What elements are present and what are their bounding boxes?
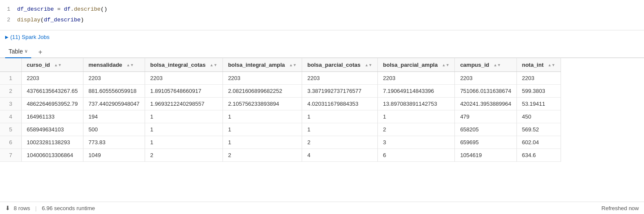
td-bolsa_integral_ampla: 2.105756233893894 <box>223 97 302 110</box>
td-mensalidade: 737.4402905948047 <box>83 97 145 110</box>
td-nota_int: 599.3803 <box>516 84 561 97</box>
sort-arrows-bpa[interactable]: ▲▼ <box>442 63 450 67</box>
td-curso_id: 104006013306864 <box>21 149 83 161</box>
td-curso_id: 658949634103 <box>21 123 83 136</box>
td-campus_id: 658205 <box>455 123 516 136</box>
td-bolsa_parcial_cotas: 3.3871992737176577 <box>302 84 378 97</box>
sort-arrows-bic[interactable]: ▲▼ <box>210 63 217 67</box>
td-nota_int: 569.52 <box>516 123 561 136</box>
sort-arrows-mensalidade[interactable]: ▲▼ <box>126 63 134 67</box>
td-bolsa_parcial_cotas: 1 <box>302 110 378 123</box>
td-bolsa_parcial_ampla: 3 <box>378 136 455 149</box>
tab-bar: Table ∨ + <box>0 44 644 58</box>
th-mensalidade[interactable]: mensalidade ▲▼ <box>83 58 145 72</box>
table-body: 1220322032203220322032203220322032437661… <box>0 71 561 161</box>
td-bolsa_parcial_cotas: 4.020311679884353 <box>302 97 378 110</box>
table-row: 122032203220322032203220322032203 <box>0 71 561 84</box>
refreshed-info: Refreshed now <box>602 205 639 211</box>
th-bolsa-parcial-ampla[interactable]: bolsa_parcial_ampla ▲▼ <box>378 58 455 72</box>
td-bolsa_parcial_cotas: 2203 <box>302 71 378 84</box>
td-bolsa_parcial_ampla: 2 <box>378 123 455 136</box>
td-curso_id: 10023281138293 <box>21 136 83 149</box>
th-bolsa-integral-cotas-label: bolsa_integral_cotas <box>150 62 205 68</box>
td-nota_int: 53.19411 <box>516 97 561 110</box>
table-tab-label: Table <box>9 48 23 55</box>
table-row: 243766135643267.65881.6055560599181.8910… <box>0 84 561 97</box>
td-campus_id: 659695 <box>455 136 516 149</box>
td-mensalidade: 881.605556059918 <box>83 84 145 97</box>
footer-separator: | <box>35 205 36 211</box>
td-bolsa_parcial_ampla: 6 <box>378 149 455 161</box>
td-bolsa_parcial_cotas: 4 <box>302 149 378 161</box>
th-bolsa-integral-ampla[interactable]: bolsa_integral_ampla ▲▼ <box>223 58 302 72</box>
td-curso_id: 2203 <box>21 71 83 84</box>
td-campus_id: 420241.3953889964 <box>455 97 516 110</box>
sort-arrows-curso-id[interactable]: ▲▼ <box>54 63 62 67</box>
td-curso_id: 43766135643267.65 <box>21 84 83 97</box>
sort-arrows-bpc[interactable]: ▲▼ <box>365 63 372 67</box>
td-bolsa_parcial_ampla: 13.897083891142753 <box>378 97 455 110</box>
td-campus_id: 751066.0131638674 <box>455 84 516 97</box>
td-bolsa_integral_cotas: 1 <box>145 110 223 123</box>
sort-arrows-bia[interactable]: ▲▼ <box>289 63 297 67</box>
td-mensalidade: 1049 <box>83 149 145 161</box>
table-row: 41649611331941111479450 <box>0 110 561 123</box>
sort-arrows-nota-int[interactable]: ▲▼ <box>548 63 555 67</box>
th-campus-id-label: campus_id <box>460 62 489 68</box>
td-bolsa_integral_ampla: 1 <box>223 136 302 149</box>
td-bolsa_integral_ampla: 1 <box>223 110 302 123</box>
td-bolsa_parcial_ampla: 7.190649114843396 <box>378 84 455 97</box>
td-bolsa_integral_cotas: 1 <box>145 136 223 149</box>
td-bolsa_integral_ampla: 1 <box>223 123 302 136</box>
code-line-1: 1 df_describe = df.describe() <box>0 4 644 15</box>
td-row_num: 6 <box>0 136 21 149</box>
th-campus-id[interactable]: campus_id ▲▼ <box>455 58 516 72</box>
td-nota_int: 634.6 <box>516 149 561 161</box>
rows-count: 8 rows <box>14 205 30 211</box>
table-tab[interactable]: Table ∨ <box>5 46 31 58</box>
th-curso-id-label: curso_id <box>27 62 50 68</box>
th-bolsa-integral-cotas[interactable]: bolsa_integral_cotas ▲▼ <box>145 58 223 72</box>
th-mensalidade-label: mensalidade <box>89 62 122 68</box>
th-bolsa-parcial-ampla-label: bolsa_parcial_ampla <box>383 62 438 68</box>
td-mensalidade: 2203 <box>83 71 145 84</box>
td-curso_id: 48622646953952.79 <box>21 97 83 110</box>
td-nota_int: 2203 <box>516 71 561 84</box>
td-nota_int: 450 <box>516 110 561 123</box>
code-content-1: df_describe = df.describe() <box>17 5 107 14</box>
table-row: 610023281138293773.831123659695602.04 <box>0 136 561 149</box>
table-row: 56589496341035001112658205569.52 <box>0 123 561 136</box>
td-curso_id: 164961133 <box>21 110 83 123</box>
td-bolsa_integral_cotas: 2203 <box>145 71 223 84</box>
table-row: 7104006013306864104922461054619634.6 <box>0 149 561 161</box>
download-icon[interactable]: ⬇ <box>5 205 10 211</box>
add-tab-button[interactable]: + <box>35 47 45 58</box>
table-row: 348622646953952.79737.44029059480471.969… <box>0 97 561 110</box>
line-number-1: 1 <box>0 5 17 14</box>
spark-jobs-link[interactable]: ▶ (11) Spark Jobs <box>0 30 644 44</box>
td-mensalidade: 773.83 <box>83 136 145 149</box>
data-table-container[interactable]: curso_id ▲▼ mensalidade ▲▼ bolsa_integra… <box>0 58 644 204</box>
td-bolsa_parcial_cotas: 2 <box>302 136 378 149</box>
td-campus_id: 2203 <box>455 71 516 84</box>
spark-jobs-label: (11) Spark Jobs <box>10 34 50 40</box>
th-curso-id[interactable]: curso_id ▲▼ <box>21 58 83 72</box>
td-row_num: 4 <box>0 110 21 123</box>
td-bolsa_integral_ampla: 2.0821606899682252 <box>223 84 302 97</box>
bottom-bar: ⬇ 8 rows | 6.96 seconds runtime Refreshe… <box>0 202 644 214</box>
code-section: 1 df_describe = df.describe() 2 display(… <box>0 0 644 30</box>
sort-arrows-campus-id[interactable]: ▲▼ <box>493 63 501 67</box>
runtime-info: 6.96 seconds runtime <box>42 205 95 211</box>
td-row_num: 2 <box>0 84 21 97</box>
td-row_num: 5 <box>0 123 21 136</box>
th-nota-int-label: nota_int <box>522 62 544 68</box>
code-line-2: 2 display(df_describe) <box>0 15 644 26</box>
th-bolsa-parcial-cotas[interactable]: bolsa_parcial_cotas ▲▼ <box>302 58 378 72</box>
th-nota-int[interactable]: nota_int ▲▼ <box>516 58 561 72</box>
spark-arrow-icon: ▶ <box>5 35 9 39</box>
data-table: curso_id ▲▼ mensalidade ▲▼ bolsa_integra… <box>0 58 561 162</box>
code-content-2: display(df_describe) <box>17 16 84 25</box>
td-row_num: 1 <box>0 71 21 84</box>
td-bolsa_parcial_ampla: 1 <box>378 110 455 123</box>
td-row_num: 7 <box>0 149 21 161</box>
